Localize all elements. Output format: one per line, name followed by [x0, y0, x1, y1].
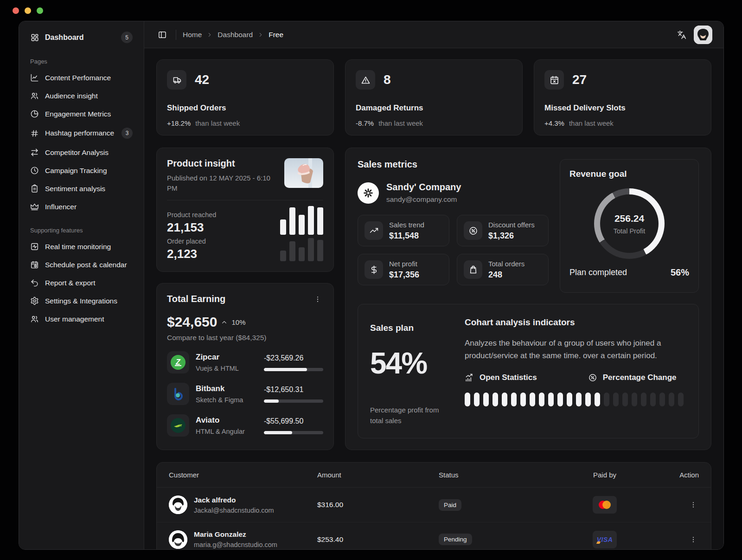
row-action-menu-button[interactable] — [688, 499, 699, 510]
sidebar-item-label: Influencer — [45, 203, 77, 211]
sidebar-item-label: Competitor Analysis — [45, 148, 109, 157]
earning-stack: Sketch & Figma — [196, 396, 257, 404]
sidebar-item-dashboard[interactable]: Dashboard 5 — [26, 28, 137, 47]
chevron-right-icon — [206, 32, 213, 38]
topbar: Home Dashboard Free — [144, 21, 723, 48]
zipcar-logo-icon: Z — [167, 351, 189, 373]
sales-plan-caption: Percentage profit from total sales — [370, 405, 448, 426]
revenue-goal-card: Revenue goal 256.24 Total Profit Plan co… — [560, 159, 699, 293]
sidebar-item-label: Dashboard — [45, 33, 84, 42]
table-row[interactable]: Jack alfredo Jackal@shadcnstudio.com $31… — [157, 488, 711, 522]
arrows-right-left-icon — [30, 148, 39, 157]
dashboard-content: 42 Shipped Orders +18.2%than last week 8… — [144, 48, 723, 549]
customer-email: maria.g@shadcnstudio.com — [194, 541, 277, 548]
sidebar-item-engagement-metrics[interactable]: Engagement Metrics — [26, 105, 137, 123]
truck-icon — [167, 70, 186, 90]
product-insight-card: Product insight Published on 12 MAY 2025… — [156, 148, 334, 272]
gear-icon — [30, 296, 39, 305]
sidebar-toggle-button[interactable] — [155, 28, 169, 42]
stat-delta: +4.3%than last week — [544, 119, 701, 127]
total-earning-compare: Compare to last year ($84,325) — [167, 334, 323, 342]
tile-discount-offers: Discount offers$1,326 — [457, 215, 549, 246]
alert-triangle-icon — [356, 70, 375, 90]
cohort-legend: Open Statistics Percentage Change — [465, 373, 686, 382]
kebab-menu-icon — [690, 536, 697, 543]
row-action-menu-button[interactable] — [688, 534, 699, 545]
company-row: Sandy' Company sandy@company.com — [358, 182, 549, 204]
stat-delta: +18.2%than last week — [167, 119, 323, 127]
stat-delta: -8.7%than last week — [356, 119, 512, 127]
legend-open-statistics: Open Statistics — [465, 373, 537, 382]
sidebar-item-label: Hashtag performance — [45, 129, 114, 137]
total-earning-delta: 10% — [231, 318, 245, 326]
divider — [167, 200, 323, 200]
users-icon — [30, 315, 39, 323]
sidebar-item-hashtag-performance[interactable]: Hashtag performance 3 — [26, 123, 137, 143]
customer-avatar — [169, 496, 187, 514]
badge-percent-icon — [464, 221, 482, 240]
col-action: Action — [651, 471, 699, 479]
clipboard-icon — [30, 184, 39, 193]
earning-progress — [264, 399, 323, 403]
stat-card-shipped-orders: 42 Shipped Orders +18.2%than last week — [156, 59, 334, 135]
breadcrumb-current: Free — [269, 31, 283, 39]
sidebar-item-label: Campaign Tracking — [45, 167, 107, 175]
breadcrumb-dashboard[interactable]: Dashboard — [217, 31, 253, 39]
product-thumbnail — [284, 158, 323, 188]
sidebar-item-campaign-tracking[interactable]: Campaign Tracking — [26, 161, 137, 180]
user-avatar[interactable] — [694, 26, 712, 44]
square-activity-icon — [30, 242, 39, 251]
languages-icon — [677, 30, 686, 39]
zoom-window-button[interactable] — [37, 7, 43, 14]
sidebar-item-report-export[interactable]: Report & export — [26, 274, 137, 292]
stat-value: 27 — [572, 72, 587, 87]
sidebar-section-supporting: Supporting features — [30, 227, 133, 234]
sidebar-item-schedule-post-calendar[interactable]: Schedule post & calendar — [26, 256, 137, 274]
tile-label: Net profit — [389, 260, 419, 268]
sidebar-item-audience-insight[interactable]: Audience insight — [26, 87, 137, 105]
legend-label: Percentage Change — [603, 373, 677, 382]
earning-progress — [264, 431, 323, 434]
sales-metrics-title: Sales metrics — [358, 159, 549, 170]
visa-icon: VISA — [593, 531, 617, 548]
chevron-right-icon — [257, 32, 264, 38]
earning-stack: Vuejs & HTML — [196, 365, 257, 372]
sidebar-item-label: Sentiment analysis — [45, 185, 105, 193]
company-avatar-spark-icon — [358, 182, 379, 204]
total-earning-menu-button[interactable] — [312, 294, 323, 305]
sidebar-item-sentiment-analysis[interactable]: Sentiment analysis — [26, 180, 137, 198]
minimize-window-button[interactable] — [25, 7, 31, 14]
customer-name: Jack alfredo — [194, 496, 274, 504]
product-insight-title: Product insight — [167, 158, 271, 169]
earning-stack: HTML & Angular — [196, 428, 257, 435]
dollar-sign-icon — [365, 260, 383, 279]
sidebar-item-influencer[interactable]: Influencer — [26, 198, 137, 216]
sidebar-item-user-management[interactable]: User management — [26, 310, 137, 328]
sales-plan-value: 54% — [370, 346, 448, 380]
sidebar-item-label: Audience insight — [45, 92, 98, 100]
sidebar-item-real-time-monitoring[interactable]: Real time monitoring — [26, 238, 137, 256]
reached-label: Product reached — [167, 211, 216, 219]
breadcrumb-home[interactable]: Home — [183, 31, 202, 39]
earning-progress — [264, 368, 323, 371]
total-earning-value: $24,650 — [167, 314, 217, 330]
sidebar-item-label: Content Perfomance — [45, 74, 111, 82]
language-button[interactable] — [677, 30, 686, 39]
clock-icon — [30, 166, 39, 175]
sidebar-item-competitor-analysis[interactable]: Competitor Analysis — [26, 143, 137, 161]
topbar-divider — [176, 30, 176, 40]
table-row[interactable]: Maria Gonzalez maria.g@shadcnstudio.com … — [157, 522, 711, 549]
trending-up-icon — [365, 221, 383, 240]
sidebar-item-label: Schedule post & calendar — [45, 261, 127, 269]
sidebar-item-label: User management — [45, 315, 104, 323]
app-window: Dashboard 5 Pages Content Perfomance Aud… — [19, 21, 724, 550]
donut-center-label: Total Profit — [614, 227, 646, 235]
undo-arrow-icon — [30, 278, 39, 287]
sidebar-item-settings-integrations[interactable]: Settings & Integrations — [26, 292, 137, 310]
sidebar-item-content-performance[interactable]: Content Perfomance — [26, 69, 137, 87]
customers-table-card: Customer Amount Status Paid by Action Ja… — [156, 462, 711, 549]
reached-value: 21,153 — [167, 220, 216, 235]
close-window-button[interactable] — [13, 7, 19, 14]
company-name: Sandy' Company — [386, 182, 461, 193]
chart-pie-icon — [30, 109, 39, 118]
